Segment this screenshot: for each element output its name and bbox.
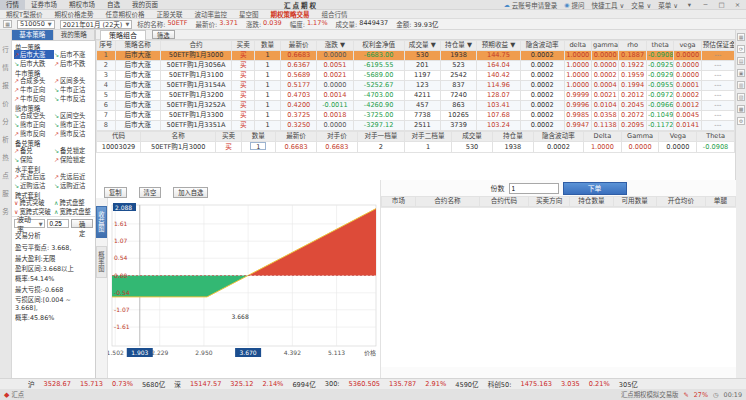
table-row[interactable]: 8后市大涨50ETF购1月3351A买10.32500.0000-3297.12… (97, 121, 735, 131)
header-cell[interactable]: gamma (591, 41, 618, 51)
filter-button[interactable]: 筛选 (152, 30, 175, 39)
button-清空[interactable]: 清空 (139, 187, 162, 198)
header-cell[interactable]: 策略名称 (115, 41, 160, 51)
strategy-item-熊市反沽[interactable]: ↗熊市反沽 (54, 129, 94, 138)
header-cell[interactable]: 开仓均价 (656, 197, 705, 207)
strategy-item-牛市反沽[interactable]: ↘牛市反沽 (54, 94, 94, 103)
strategy-item-后市不涨[interactable]: ↘后市不涨 (54, 50, 94, 59)
table-row[interactable]: 1000302950ETF购1月3000买10.66830.6683215301… (97, 142, 735, 153)
header-cell[interactable]: 合约 (160, 41, 232, 51)
header-cell[interactable]: 单腿 (705, 197, 735, 207)
layout-icon[interactable]: ▦ (737, 33, 745, 41)
strategy-item-保险锁定[interactable]: ↗保险锁定 (54, 155, 94, 164)
left-nav-char[interactable]: 析 (2, 134, 9, 144)
volatility-select[interactable]: 波动率 ▼ (14, 219, 45, 228)
maximize-button[interactable]: □ (717, 1, 726, 9)
header-cell[interactable]: 合约名称 (415, 197, 479, 207)
strategy-item-备兑[interactable]: ↗备兑 (14, 146, 54, 155)
strategy-item-合成多头[interactable]: ↗合成多头 (14, 76, 54, 85)
left-nav-char[interactable]: 情 (2, 62, 9, 72)
header-cell[interactable]: 隐含波动率 (520, 41, 564, 51)
header-cell[interactable]: 买卖 (216, 132, 241, 142)
strategy-item-备兑锁定[interactable]: ↘备兑锁定 (54, 146, 94, 155)
export-icon[interactable]: ▩ (737, 105, 745, 113)
table-row[interactable]: 4后市大涨50ETF购1月3154A买10.51770.0000-5252.67… (97, 81, 735, 91)
header-cell[interactable]: 序号 (97, 41, 116, 51)
strategy-item-近购远沽[interactable]: ↘近购远沽 (14, 181, 54, 190)
refresh-icon[interactable]: ⟳ (737, 45, 745, 53)
tab-星空图[interactable]: 星空图 (233, 9, 265, 19)
table-icon[interactable]: ▥ (737, 81, 745, 89)
left-nav-char[interactable]: 务 (2, 206, 9, 216)
pin-button[interactable]: ▾ (685, 1, 694, 9)
strategy-item-远购近沽[interactable]: ↘远购近沽 (54, 181, 94, 190)
header-cell[interactable]: 隐含波动率 (533, 132, 583, 142)
qty-cell-input[interactable]: 1 (250, 142, 266, 150)
left-nav-char[interactable]: 点 (2, 170, 9, 180)
strategy-item-先远后近[interactable]: ↗先远后近 (54, 172, 94, 181)
settings-icon[interactable]: ⚙ (737, 117, 745, 125)
strategy-item-牛市正沽[interactable]: ↘牛市正沽 (54, 85, 94, 94)
header-cell[interactable]: Delta (584, 132, 622, 142)
chart-tab-概率图[interactable]: 概率图 (96, 246, 107, 278)
header-cell[interactable]: Vega (659, 132, 697, 142)
qty-input[interactable] (509, 183, 559, 194)
strategy-item-牛市正向[interactable]: ↗牛市正向 (14, 85, 54, 94)
confirm-button[interactable]: 确定 (71, 219, 93, 228)
header-cell[interactable]: 最新价 (281, 41, 317, 51)
left-nav-char[interactable]: 报 (2, 80, 9, 90)
strategy-item-合成空头[interactable]: ↘合成空头 (14, 111, 54, 120)
table-row[interactable]: 7后市大涨50ETF购1月3300买10.37250.0018-3725.007… (97, 111, 735, 121)
sidebar-tab-我的策略[interactable]: 我的策略 (54, 30, 96, 40)
header-cell[interactable]: 持仓量 ▼ (440, 41, 476, 51)
strategy-item-区间空头[interactable]: ↘区间空头 (54, 111, 94, 120)
trade-menu-button[interactable]: 交易 ∨ (631, 0, 651, 10)
tab-期权策略交易[interactable]: 期权策略交易 (264, 9, 315, 19)
header-cell[interactable]: 涨跌 ▼ (317, 41, 353, 51)
header-cell[interactable]: 市场 (382, 197, 416, 207)
header-cell[interactable]: Theta (697, 132, 735, 142)
chart-tab-收益图[interactable]: 收益图 (96, 206, 107, 238)
minimize-button[interactable]: ─ (701, 1, 710, 9)
quick-tools-button[interactable]: 快捷工具 ∨ (592, 0, 625, 10)
month-select[interactable]: 2021年01月 (22天) ▼ (60, 20, 133, 29)
header-cell[interactable]: Gamma (621, 132, 659, 142)
app-menu-button[interactable]: 菜单 ∨ (658, 0, 678, 10)
tab-波动率监控[interactable]: 波动率监控 (188, 9, 233, 19)
button-加入自选[interactable]: 加入自选 (173, 187, 208, 198)
table-row[interactable]: 3后市大涨50ETF购1月3100买10.56890.0021-5689.001… (97, 71, 735, 81)
left-nav-char[interactable]: 服 (2, 188, 9, 198)
strategy-item-跨式突破[interactable]: ∨跨式突破 (14, 198, 54, 207)
header-cell[interactable]: 成交量 (452, 132, 493, 142)
header-cell[interactable]: 买卖方向 (528, 197, 569, 207)
tab-正股关联[interactable]: 正股关联 (150, 9, 188, 19)
grid-button[interactable]: ▦ (3, 20, 12, 28)
header-cell[interactable]: 最新价 (276, 132, 317, 142)
header-cell[interactable]: rho (619, 41, 646, 51)
volatility-input[interactable] (47, 219, 69, 228)
strategy-item-熊市反向[interactable]: ↗熊市反向 (14, 129, 54, 138)
header-cell[interactable]: 可用数量 (613, 197, 656, 207)
tab-组合行情[interactable]: 组合行情 (315, 9, 353, 19)
header-cell[interactable]: 合约代码 (479, 197, 528, 207)
strategy-item-宽跨式盘整[interactable]: ∧宽跨式盘整 (54, 207, 94, 216)
feedback-button[interactable]: ◉提问 (564, 0, 584, 10)
header-cell[interactable]: 对手二档量 (404, 132, 451, 142)
strategy-item-先近后远[interactable]: ↗先近后远 (14, 172, 54, 181)
header-cell[interactable]: 持仓量 (492, 132, 533, 142)
header-cell[interactable]: 对手一档量 (357, 132, 404, 142)
table-row[interactable]: 2后市大涨50ETF购1月3056A买10.63670.0051-6195.55… (97, 61, 735, 71)
button-复制[interactable]: 复制 (104, 187, 127, 198)
header-cell[interactable]: 成交量 ▼ (404, 41, 440, 51)
strategy-item-牛市反向[interactable]: ↗牛市反向 (14, 94, 54, 103)
left-nav-char[interactable]: 热 (2, 152, 9, 162)
strategy-item-后市大跌[interactable]: ↘后市大跌 (14, 59, 54, 68)
header-cell[interactable]: 买卖 (232, 41, 254, 51)
header-cell[interactable]: 预估保证金试算 (701, 41, 734, 51)
table-row[interactable]: 1后市大涨50ETF购1月3000买10.66830.0000-6683.005… (97, 51, 735, 61)
header-cell[interactable]: 预期收益 ▼ (477, 41, 521, 51)
chart-icon[interactable]: ▤ (737, 57, 745, 65)
contract-select[interactable]: 510050 ▼ (17, 20, 55, 29)
save-icon[interactable]: ▧ (737, 93, 745, 101)
tab-期权价格走势[interactable]: 期权价格走势 (48, 9, 99, 19)
